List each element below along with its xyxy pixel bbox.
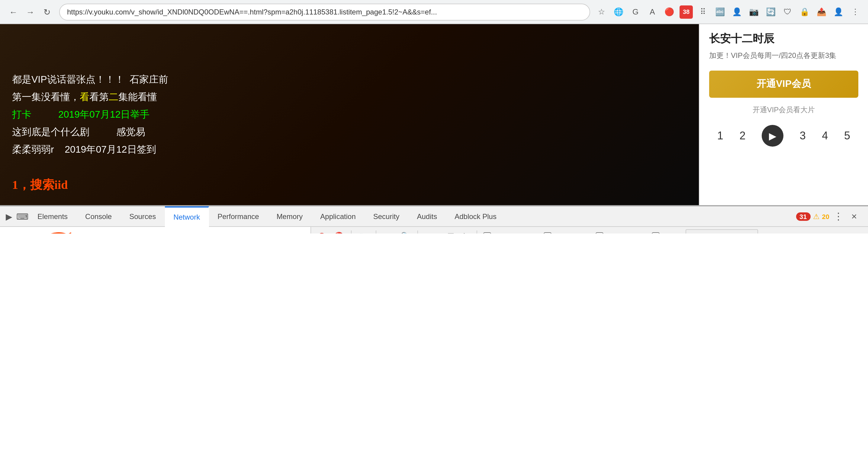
show-title: 长安十二时辰	[700, 24, 868, 48]
video-background: 都是VIP说话嚣张点！！！ 石家庄前 第一集没看懂，看看第二集能看懂 打卡 20…	[0, 24, 699, 205]
toolbar-icons: ☆ 🌐 G A 🔴 38 ⠿ 🔤 👤 📷 🔄 🛡 🔒 📤 👤 ⋮	[595, 5, 862, 19]
extension-icon-3[interactable]: A	[646, 5, 659, 19]
search-close-button[interactable]: ×	[293, 231, 306, 234]
clear-button[interactable]: ⛔	[333, 230, 345, 234]
devtools-body: 2，点击搜索结果 3，发现此接口返回数据中的vid便是我们要找的iid，而且20…	[0, 227, 868, 234]
search-panel: Search ×	[0, 227, 311, 234]
nav-buttons: ← → ↻	[6, 4, 54, 19]
top-section: 都是VIP说话嚣张点！！！ 石家庄前 第一集没看懂，看看第二集能看懂 打卡 20…	[0, 24, 868, 205]
play-button[interactable]: ▶	[762, 125, 783, 146]
tab-network[interactable]: Network	[165, 206, 209, 227]
video-overlay: 都是VIP说话嚣张点！！！ 石家庄前 第一集没看懂，看看第二集能看懂 打卡 20…	[0, 24, 699, 205]
network-panel: ⬤ ⛔ 📷 ▼ 🔍 View: ☰ ⋮	[311, 227, 868, 234]
disable-cache-label[interactable]: Disable cache	[596, 232, 647, 234]
separator-1	[351, 231, 351, 234]
ep-2[interactable]: 2	[739, 129, 745, 142]
tab-elements[interactable]: Elements	[29, 206, 77, 227]
reload-button[interactable]: ↻	[40, 4, 54, 19]
search-arrow-svg	[36, 228, 72, 234]
danmu-4: 这到底是个什么剧 感觉易	[12, 126, 687, 138]
extension-icon-13[interactable]: 📤	[815, 5, 828, 19]
address-bar[interactable]	[59, 3, 590, 20]
ep-1[interactable]: 1	[717, 129, 723, 142]
throttling-select[interactable]: No throttling	[685, 229, 758, 234]
danmu-3: 打卡 2019年07月12日举手	[12, 108, 687, 121]
offline-checkbox[interactable]	[652, 232, 660, 234]
extension-icon-9[interactable]: 📷	[747, 5, 761, 19]
ep-5[interactable]: 5	[844, 129, 850, 142]
preserve-log-checkbox[interactable]	[544, 232, 552, 234]
extension-icon-1[interactable]: 🌐	[612, 5, 625, 19]
view-label: View:	[424, 232, 440, 234]
extension-icon-8[interactable]: 👤	[730, 5, 744, 19]
vip-button[interactable]: 开通VIP会员	[709, 71, 858, 98]
extension-icon-6[interactable]: ⠿	[696, 5, 710, 19]
search-header: Search ×	[0, 227, 310, 234]
extension-icon-4[interactable]: 🔴	[663, 5, 676, 19]
extension-icon-7[interactable]: 🔤	[713, 5, 727, 19]
separator-2	[376, 231, 376, 234]
extension-icon-12[interactable]: 🔒	[798, 5, 811, 19]
disable-cache-checkbox[interactable]	[596, 232, 603, 234]
search-label: Search	[5, 232, 31, 234]
camera-button[interactable]: 📷	[358, 230, 370, 234]
devtools-inspect-icon[interactable]: ▶	[2, 210, 16, 223]
tab-application[interactable]: Application	[312, 206, 365, 227]
video-area: 都是VIP说话嚣张点！！！ 石家庄前 第一集没看懂，看看第二集能看懂 打卡 20…	[0, 24, 699, 205]
separator-4	[476, 231, 477, 234]
warn-icon: ⚠	[813, 212, 820, 221]
error-badge: 31	[796, 212, 811, 221]
tab-memory[interactable]: Memory	[268, 206, 312, 227]
tab-performance[interactable]: Performance	[209, 206, 268, 227]
browser-chrome: ← → ↻ ☆ 🌐 G A 🔴 38 ⠿ 🔤 👤 📷 🔄 🛡 🔒 📤 👤 ⋮	[0, 0, 868, 24]
view-icons: ☰ ⋮	[445, 230, 470, 234]
separator-3	[417, 231, 418, 234]
episode-nav: 1 2 ▶ 3 4 5	[700, 118, 868, 154]
search-btn[interactable]: 🔍	[399, 230, 411, 234]
video-sidebar: 长安十二时辰 加更！VIP会员每周一/四20点各更新3集 开通VIP会员 开通V…	[699, 24, 868, 205]
warn-badge: 20	[822, 213, 830, 220]
extension-icon-5[interactable]: 38	[680, 5, 693, 19]
extension-icon-11[interactable]: 🛡	[781, 5, 794, 19]
step1-annotation: 1，搜索iid	[12, 177, 68, 193]
forward-button[interactable]: →	[23, 4, 37, 19]
danmu-2: 第一集没看懂，看看第二集能看懂	[12, 91, 687, 103]
tab-sources[interactable]: Sources	[121, 206, 165, 227]
menu-icon[interactable]: ⋮	[849, 5, 862, 19]
group-by-frame-checkbox[interactable]	[483, 232, 491, 234]
danmu-5: 柔柔弱弱r 2019年07月12日签到	[12, 143, 687, 156]
waterfall-view-btn[interactable]: ⋮	[458, 230, 470, 234]
page-area: 都是VIP说话嚣张点！！！ 石家庄前 第一集没看懂，看看第二集能看懂 打卡 20…	[0, 24, 868, 234]
vip-link[interactable]: 开通VIP会员看大片	[700, 103, 868, 118]
tab-console[interactable]: Console	[77, 206, 121, 227]
devtools: ▶ ⌨ Elements Console Sources Network Per…	[0, 205, 868, 234]
profile-icon[interactable]: 👤	[832, 5, 845, 19]
extension-icon-10[interactable]: 🔄	[764, 5, 777, 19]
tab-adblock[interactable]: Adblock Plus	[446, 206, 505, 227]
tab-security[interactable]: Security	[365, 206, 409, 227]
preserve-log-label[interactable]: Preserve log	[544, 232, 591, 234]
network-toolbar: ⬤ ⛔ 📷 ▼ 🔍 View: ☰ ⋮	[311, 227, 868, 234]
danmu-1: 都是VIP说话嚣张点！！！ 石家庄前	[12, 73, 687, 86]
ep-4[interactable]: 4	[822, 129, 828, 142]
devtools-close-icon[interactable]: ×	[847, 210, 861, 223]
tab-audits[interactable]: Audits	[408, 206, 446, 227]
list-view-btn[interactable]: ☰	[445, 230, 457, 234]
devtools-device-icon[interactable]: ⌨	[16, 210, 29, 223]
devtools-more-icon[interactable]: ⋮	[832, 210, 845, 223]
group-by-frame-label[interactable]: Group by frame	[483, 232, 539, 234]
ep-3[interactable]: 3	[800, 129, 806, 142]
bookmark-icon[interactable]: ☆	[595, 5, 608, 19]
show-subtitle: 加更！VIP会员每周一/四20点各更新3集	[700, 48, 868, 66]
record-button[interactable]: ⬤	[316, 230, 328, 234]
offline-label[interactable]: Offline	[652, 232, 680, 234]
devtools-tab-bar: ▶ ⌨ Elements Console Sources Network Per…	[0, 206, 868, 227]
filter-button[interactable]: ▼	[382, 230, 395, 234]
back-button[interactable]: ←	[6, 4, 21, 19]
extension-icon-2[interactable]: G	[629, 5, 642, 19]
